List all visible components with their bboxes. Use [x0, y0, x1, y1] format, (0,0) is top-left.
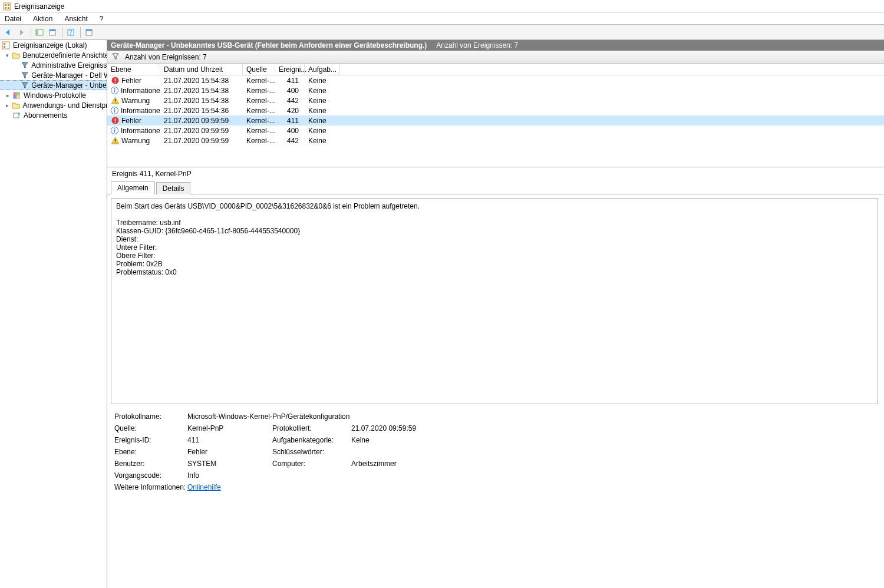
taskcat-value: Keine — [351, 436, 469, 444]
tree-app-service-logs[interactable]: ▸ Anwendungs- und Dienstpro — [0, 100, 107, 110]
log-name-value: Microsoft-Windows-Kernel-PnP/Gerätekonfi… — [187, 412, 469, 421]
computer-label: Computer: — [272, 460, 349, 468]
event-row[interactable]: Warnung21.07.2020 15:54:38Kernel-...442K… — [107, 95, 884, 105]
event-datetime: 21.07.2020 09:59:59 — [160, 117, 243, 125]
event-datetime: 21.07.2020 09:59:59 — [160, 127, 243, 135]
menu-view[interactable]: Ansicht — [64, 15, 87, 23]
help-button[interactable]: ? — [65, 27, 77, 38]
svg-rect-18 — [17, 93, 19, 95]
log-name-label: Protokollname: — [114, 412, 185, 421]
event-source: Kernel-... — [243, 137, 275, 145]
svg-rect-8 — [50, 29, 55, 31]
moreinfo-label: Weitere Informationen: — [114, 483, 185, 491]
col-taskcat[interactable]: Aufgab... — [305, 64, 340, 75]
svg-rect-29 — [114, 99, 115, 101]
properties-button[interactable] — [47, 27, 58, 38]
forward-button[interactable] — [15, 27, 27, 38]
tab-details[interactable]: Details — [156, 182, 191, 194]
tree-custom-views[interactable]: ▾ Benutzerdefinierte Ansichten — [0, 50, 107, 60]
expand-icon[interactable]: ▸ — [5, 93, 11, 98]
svg-rect-19 — [14, 95, 17, 98]
filter-icon — [20, 71, 29, 80]
event-row[interactable]: Informationen21.07.2020 15:54:38Kernel-.… — [107, 85, 884, 95]
svg-rect-0 — [4, 3, 11, 10]
online-help-link[interactable]: Onlinehilfe — [187, 483, 221, 491]
tree-windows-logs[interactable]: ▸ Windows-Protokolle — [0, 90, 107, 100]
tree-admin-events[interactable]: Administrative Ereignisse — [0, 60, 107, 70]
tree-root[interactable]: Ereignisanzeige (Lokal) — [0, 40, 107, 50]
event-source: Kernel-... — [243, 77, 275, 85]
svg-rect-1 — [5, 4, 6, 6]
svg-rect-17 — [14, 93, 17, 95]
filter-icon — [20, 61, 29, 70]
tree-dev-unknown-label: Geräte-Manager - Unbek — [31, 81, 107, 90]
event-row[interactable]: Informationen21.07.2020 15:54:36Kernel-.… — [107, 105, 884, 115]
tree-root-label: Ereignisanzeige (Lokal) — [13, 41, 87, 49]
event-task: Keine — [305, 97, 340, 105]
event-task: Keine — [305, 127, 340, 135]
event-datetime: 21.07.2020 15:54:38 — [160, 77, 243, 85]
toolbar: ? — [0, 25, 884, 40]
event-level: Informationen — [121, 127, 160, 135]
navigation-tree[interactable]: Ereignisanzeige (Lokal) ▾ Benutzerdefini… — [0, 40, 107, 588]
app-icon — [2, 2, 12, 11]
menu-action[interactable]: Aktion — [33, 15, 52, 23]
svg-rect-24 — [114, 78, 116, 81]
col-level[interactable]: Ebene — [107, 64, 160, 75]
svg-rect-13 — [2, 42, 9, 49]
tab-general[interactable]: Allgemein — [111, 181, 155, 194]
filter-icon — [112, 53, 120, 61]
col-datetime[interactable]: Datum und Uhrzeit — [160, 64, 243, 75]
info-icon — [111, 127, 118, 135]
event-row[interactable]: Informationen21.07.2020 09:59:59Kernel-.… — [107, 125, 884, 136]
warn-icon — [111, 137, 119, 145]
header-title: Geräte-Manager - Unbekanntes USB-Gerät (… — [111, 41, 427, 49]
title-bar: Ereignisanzeige — [0, 0, 884, 13]
event-row[interactable]: Fehler21.07.2020 15:54:38Kernel-...411Ke… — [107, 75, 884, 85]
event-datetime: 21.07.2020 15:54:36 — [160, 107, 243, 115]
source-value: Kernel-PnP — [187, 424, 270, 432]
col-eventid[interactable]: Ereigni... — [275, 64, 305, 75]
eventid-label: Ereignis-ID: — [114, 436, 185, 444]
svg-rect-3 — [8, 4, 9, 6]
toolbar-separator — [31, 27, 31, 38]
event-list-header[interactable]: Ebene Datum und Uhrzeit Quelle Ereigni..… — [107, 64, 884, 75]
tree-subscriptions[interactable]: Abonnements — [0, 110, 107, 120]
show-hide-tree-button[interactable] — [34, 27, 45, 38]
event-list[interactable]: Ebene Datum und Uhrzeit Quelle Ereigni..… — [107, 64, 884, 167]
event-level: Fehler — [121, 77, 141, 85]
detail-message[interactable]: Beim Start des Geräts USB\VID_0000&PID_0… — [111, 198, 878, 404]
svg-rect-12 — [86, 29, 92, 31]
menu-help[interactable]: ? — [100, 15, 104, 23]
menu-file[interactable]: Datei — [5, 15, 21, 23]
tree-dev-dell[interactable]: Geräte-Manager - Dell W — [0, 70, 107, 80]
tree-dev-unknown[interactable]: Geräte-Manager - Unbek — [0, 80, 107, 90]
event-source: Kernel-... — [243, 127, 275, 135]
folder-icon — [11, 101, 20, 110]
svg-rect-35 — [114, 118, 116, 121]
svg-rect-4 — [8, 7, 9, 9]
event-row[interactable]: Fehler21.07.2020 09:59:59Kernel-...411Ke… — [107, 115, 884, 125]
keywords-label: Schlüsselwörter: — [272, 448, 349, 456]
eventid-value: 411 — [187, 436, 270, 444]
header-count: Anzahl von Ereignissen: 7 — [436, 41, 518, 49]
tree-subscriptions-label: Abonnements — [24, 111, 67, 120]
menu-bar: Datei Aktion Ansicht ? — [0, 13, 884, 25]
event-source: Kernel-... — [243, 87, 275, 95]
event-row[interactable]: Warnung21.07.2020 09:59:59Kernel-...442K… — [107, 136, 884, 146]
expand-icon[interactable]: ▸ — [5, 103, 10, 108]
event-datetime: 21.07.2020 09:59:59 — [160, 137, 243, 145]
svg-rect-25 — [114, 82, 116, 83]
col-source[interactable]: Quelle — [243, 64, 275, 75]
back-button[interactable] — [2, 27, 14, 38]
filter-count: Anzahl von Ereignissen: 7 — [125, 53, 207, 61]
logged-value: 21.07.2020 09:59:59 — [351, 424, 469, 432]
event-level: Warnung — [121, 97, 150, 105]
folder-icon — [11, 51, 20, 60]
refresh-button[interactable] — [83, 27, 95, 38]
svg-rect-41 — [114, 142, 115, 143]
filter-icon — [20, 81, 29, 90]
svg-rect-6 — [36, 29, 38, 35]
event-level: Fehler — [121, 117, 141, 125]
expand-icon[interactable]: ▾ — [5, 52, 10, 58]
